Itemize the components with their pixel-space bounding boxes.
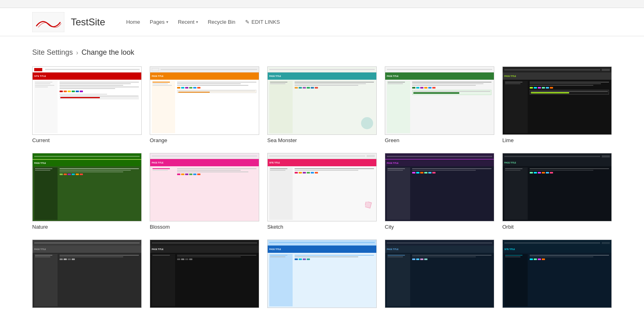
theme-item-black[interactable]: PAGE TITLE [150,240,259,310]
theme-item-current[interactable]: SITE TITLE [32,66,142,143]
theme-preview-dark[interactable]: PAGE TITLE [32,240,142,308]
theme-preview-orange[interactable]: PAGE TITLE [150,66,259,135]
site-title: TestSite [71,17,105,28]
theme-preview-black[interactable]: PAGE TITLE [150,240,259,308]
recent-caret-icon: ▾ [196,20,198,24]
theme-name-lime: Lime [502,137,612,143]
nav-pages[interactable]: Pages ▾ [145,16,173,28]
theme-name-green: Green [385,137,494,143]
theme-item-city[interactable]: PAGE TITLE [385,153,494,230]
theme-item-orbit[interactable]: PAGE TITLE [502,153,612,230]
theme-preview-seamonster[interactable]: PAGE TITLE [267,66,377,135]
top-bar [0,0,644,8]
pencil-icon: ✎ [245,19,250,25]
svg-rect-0 [32,12,64,32]
theme-item-lime[interactable]: PAGE TITLE [502,66,612,143]
breadcrumb-separator: › [76,49,78,56]
nav-recycle-bin[interactable]: Recycle Bin [203,16,240,28]
nav-edit-links[interactable]: ✎ EDIT LINKS [240,16,285,28]
theme-item-nature[interactable]: PAGE TITLE [32,153,142,230]
theme-preview-teal[interactable]: SITE TITLE [502,240,612,308]
theme-item-navy[interactable]: PAGE TITLE [385,240,494,310]
theme-name-city: City [385,224,494,230]
theme-preview-sketch[interactable]: SITE TITLE [267,153,377,221]
theme-preview-lime[interactable]: PAGE TITLE [502,66,612,135]
theme-name-current: Current [32,137,142,143]
theme-preview-current[interactable]: SITE TITLE [32,66,142,135]
theme-item-blossom[interactable]: PAGE TITLE [150,153,259,230]
theme-item-dark[interactable]: PAGE TITLE [32,240,142,310]
theme-preview-navy[interactable]: PAGE TITLE [385,240,494,308]
theme-item-sketch[interactable]: SITE TITLE [267,153,377,230]
theme-item-green[interactable]: PAGE TITLE [385,66,494,143]
theme-preview-green[interactable]: PAGE TITLE [385,66,494,135]
site-header: TestSite Home Pages ▾ Recent ▾ Recycle B… [0,8,644,36]
theme-preview-blossom[interactable]: PAGE TITLE [150,153,259,221]
theme-name-orange: Orange [150,137,259,143]
breadcrumb-current: Change the look [81,48,134,57]
theme-preview-nature[interactable]: PAGE TITLE [32,153,142,221]
theme-item-teal[interactable]: SITE TITLE [502,240,612,310]
theme-item-seamonster[interactable]: PAGE TITLE [267,66,377,143]
theme-item-blue[interactable]: PAGE TITLE [267,240,377,310]
themes-grid: SITE TITLE [32,66,612,310]
theme-name-nature: Nature [32,224,142,230]
theme-preview-orbit[interactable]: PAGE TITLE [502,153,612,221]
theme-preview-city[interactable]: PAGE TITLE [385,153,494,221]
theme-name-sketch: Sketch [267,224,377,230]
breadcrumb: Site Settings › Change the look [32,48,612,57]
nav-home[interactable]: Home [121,16,145,28]
nav-recent[interactable]: Recent ▾ [173,16,203,28]
main-content: Site Settings › Change the look SITE TIT… [0,36,644,312]
theme-name-seamonster: Sea Monster [267,137,377,143]
site-logo [32,12,64,32]
theme-item-orange[interactable]: PAGE TITLE [150,66,259,143]
pages-caret-icon: ▾ [166,20,168,24]
site-nav: Home Pages ▾ Recent ▾ Recycle Bin ✎ EDIT… [121,16,285,28]
breadcrumb-parent[interactable]: Site Settings [32,48,73,57]
theme-name-blossom: Blossom [150,224,259,230]
theme-name-orbit: Orbit [502,224,612,230]
theme-preview-blue[interactable]: PAGE TITLE [267,240,377,308]
